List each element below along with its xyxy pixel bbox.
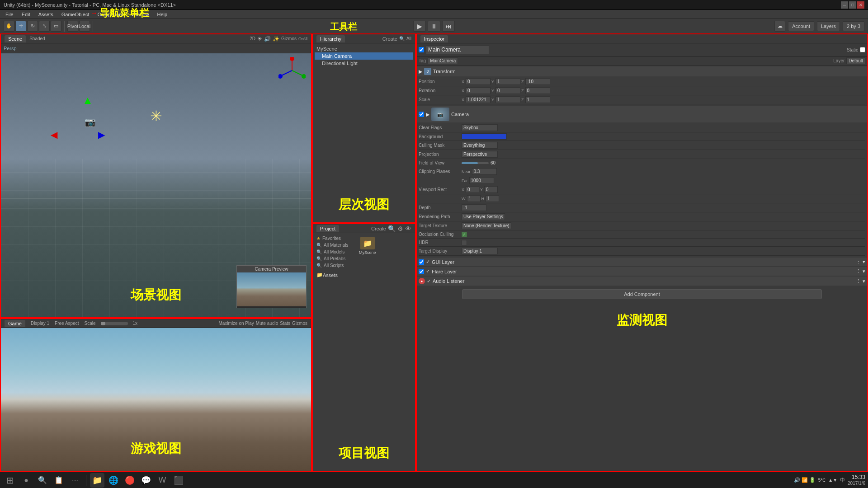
game-aspect[interactable]: Free Aspect xyxy=(55,321,79,326)
fav-scripts[interactable]: 🔍 All Scripts xyxy=(315,262,355,269)
scale-x[interactable] xyxy=(466,96,491,103)
play-button[interactable]: ▶ xyxy=(413,21,426,32)
target-texture-dropdown[interactable]: None (Render Texture) xyxy=(462,222,511,229)
maximize-button[interactable]: □ xyxy=(849,1,856,9)
flare-layer-header[interactable]: ✓ Flare Layer ⋮ ▾ xyxy=(417,267,867,276)
flare-layer-menu[interactable]: ⋮ xyxy=(856,268,861,274)
flare-layer-check[interactable] xyxy=(419,269,424,274)
hierarchy-item-main-camera[interactable]: Main Camera xyxy=(315,52,413,60)
vp-w[interactable] xyxy=(467,195,481,202)
taskbar-discord[interactable]: 💬 xyxy=(139,473,153,488)
vp-y[interactable] xyxy=(484,186,498,193)
rotate-tool[interactable]: ↻ xyxy=(27,21,38,32)
close-button[interactable]: ✕ xyxy=(857,1,864,9)
menu-window[interactable]: Window xyxy=(127,11,152,18)
step-button[interactable]: ⏭ xyxy=(442,21,455,32)
gui-layer-expand[interactable]: ▾ xyxy=(863,259,865,265)
scene-tab[interactable]: Scene xyxy=(5,35,26,42)
menu-edit[interactable]: Edit xyxy=(18,11,34,18)
scene-gizmos-btn[interactable]: Gizmos xyxy=(281,36,297,41)
pos-y[interactable] xyxy=(495,78,520,85)
account-dropdown[interactable]: Account xyxy=(788,21,814,31)
vp-x[interactable] xyxy=(466,186,479,193)
gui-layer-check[interactable] xyxy=(419,259,424,265)
clear-flags-dropdown[interactable]: Skybox xyxy=(462,124,498,131)
taskbar-search-btn[interactable]: ● xyxy=(19,473,33,488)
move-tool[interactable]: ✛ xyxy=(15,21,26,32)
menu-component[interactable]: Component xyxy=(94,11,127,18)
fov-slider[interactable] xyxy=(462,162,489,164)
hierarchy-create-btn[interactable]: Create xyxy=(382,36,397,42)
project-settings-icon[interactable]: ⚙ xyxy=(397,225,403,232)
scene-shaded[interactable]: Shaded xyxy=(29,36,45,41)
scale-z[interactable] xyxy=(525,96,550,103)
taskbar-browser2[interactable]: 🔴 xyxy=(123,473,137,488)
pos-x[interactable] xyxy=(466,78,491,85)
minimize-button[interactable]: ─ xyxy=(841,1,848,9)
active-checkbox[interactable] xyxy=(419,47,424,52)
inspector-tab[interactable]: Inspector xyxy=(420,35,448,42)
scale-tool[interactable]: ⤡ xyxy=(39,21,50,32)
gui-layer-menu[interactable]: ⋮ xyxy=(856,259,861,265)
rot-y[interactable] xyxy=(495,87,520,94)
background-color[interactable] xyxy=(462,133,507,140)
object-name-input[interactable] xyxy=(426,45,489,54)
stats-btn[interactable]: Stats xyxy=(280,321,290,326)
menu-file[interactable]: File xyxy=(2,11,17,18)
projection-dropdown[interactable]: Perspective xyxy=(462,151,498,158)
pause-button[interactable]: ⏸ xyxy=(428,21,440,32)
occlusion-checkbox[interactable]: ✓ xyxy=(462,232,467,237)
mute-btn[interactable]: Mute audio xyxy=(256,321,278,326)
audio-listener-menu[interactable]: ⋮ xyxy=(856,278,861,284)
rot-x[interactable] xyxy=(466,87,491,94)
game-tab[interactable]: Game xyxy=(5,320,25,327)
pivot-btn[interactable]: Pivot xyxy=(67,21,78,32)
scale-slider[interactable] xyxy=(101,322,128,325)
camera-header[interactable]: ▶ 📷 Camera xyxy=(417,106,867,122)
taskbar-word[interactable]: W xyxy=(155,473,170,488)
project-search-icon[interactable]: 🔍 xyxy=(388,225,396,232)
render-path-dropdown[interactable]: Use Player Settings xyxy=(462,213,505,220)
inspector-scroll[interactable]: Static Tag MainCamera Layer Default ▶ J … xyxy=(417,43,867,471)
project-tab[interactable]: Project xyxy=(316,225,339,232)
fav-prefabs[interactable]: 🔍 All Prefabs xyxy=(315,255,355,262)
audio-listener-header[interactable]: ● ✓ Audio Listener ⋮ ▾ xyxy=(417,277,867,286)
scene-light-icon[interactable]: ☀ xyxy=(257,36,262,42)
hierarchy-search[interactable]: 🔍 xyxy=(399,36,405,41)
scene-audio-icon[interactable]: 🔊 xyxy=(264,36,271,42)
layers-dropdown[interactable]: Layers xyxy=(817,21,840,31)
near-input[interactable] xyxy=(472,168,497,175)
fav-materials[interactable]: 🔍 All Materials xyxy=(315,242,355,249)
audio-listener-expand[interactable]: ▾ xyxy=(863,278,865,284)
add-component-btn[interactable]: Add Component xyxy=(462,289,822,299)
taskbar-task-view[interactable]: 📋 xyxy=(52,473,66,488)
menu-help[interactable]: Help xyxy=(153,11,171,18)
transform-header[interactable]: ▶ J Transform xyxy=(417,66,867,76)
flare-layer-expand[interactable]: ▾ xyxy=(863,268,865,274)
asset-myscene[interactable]: 📁 MyScene xyxy=(359,237,376,255)
target-display-dropdown[interactable]: Display 1 xyxy=(462,248,498,254)
hierarchy-tab[interactable]: Hierarchy xyxy=(316,35,345,42)
vp-h[interactable] xyxy=(486,195,499,202)
maximize-play-btn[interactable]: Maximize on Play xyxy=(218,321,254,326)
assets-folder[interactable]: 📁 Assets xyxy=(315,271,355,279)
local-btn[interactable]: Local xyxy=(79,21,90,32)
taskbar-file-explorer[interactable]: 📁 xyxy=(90,473,104,488)
project-create-btn[interactable]: Create xyxy=(371,226,386,231)
pos-z[interactable] xyxy=(525,78,550,85)
hdr-checkbox[interactable] xyxy=(462,240,467,245)
cloud-icon[interactable]: ☁ xyxy=(774,21,785,32)
static-checkbox[interactable] xyxy=(860,47,865,52)
rect-tool[interactable]: ▭ xyxy=(51,21,61,32)
scale-y[interactable] xyxy=(495,96,520,103)
taskbar-cortana-btn[interactable]: 🔍 xyxy=(35,473,50,488)
taskbar-chrome[interactable]: 🌐 xyxy=(106,473,121,488)
project-eye-icon[interactable]: 👁 xyxy=(405,225,411,232)
hierarchy-item-dir-light[interactable]: Directional Light xyxy=(315,60,413,67)
camera-active-check[interactable] xyxy=(419,112,424,117)
depth-input[interactable] xyxy=(462,204,486,211)
taskbar-unity[interactable]: ⬛ xyxy=(171,473,186,488)
fav-models[interactable]: 🔍 All Models xyxy=(315,249,355,255)
window-controls[interactable]: ─ □ ✕ xyxy=(841,1,864,9)
scene-gizmo[interactable]: Y X Z xyxy=(278,57,306,84)
